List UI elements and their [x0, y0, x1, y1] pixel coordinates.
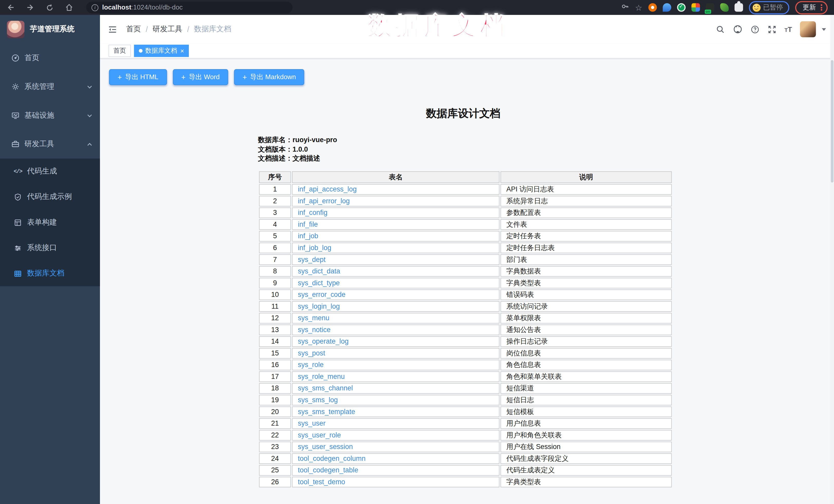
table-description: API 访问日志表: [501, 184, 672, 194]
row-index: 2: [259, 196, 291, 206]
breadcrumb-home[interactable]: 首页: [126, 24, 141, 34]
table-name-link[interactable]: sys_role_menu: [298, 372, 345, 380]
help-icon[interactable]: [750, 25, 760, 34]
table-name-link[interactable]: inf_job: [298, 232, 318, 240]
bookmark-star-icon[interactable]: ☆: [635, 3, 642, 11]
browser-nav: [6, 3, 73, 12]
table-name-link[interactable]: sys_sms_template: [298, 408, 355, 416]
sidebar-logo[interactable]: 芋道管理系统: [0, 15, 100, 44]
row-index: 13: [259, 324, 291, 335]
sidebar-item-label: 系统接口: [27, 243, 57, 253]
home-icon[interactable]: [65, 3, 73, 12]
table-name-link[interactable]: sys_dept: [298, 256, 326, 263]
sidebar-item-infrastructure[interactable]: 基础设施: [0, 101, 100, 130]
search-icon[interactable]: [716, 25, 725, 34]
table-description: 操作日志记录: [501, 336, 672, 347]
back-icon[interactable]: [6, 3, 15, 12]
table-row: 6 inf_job_log 定时任务日志表: [259, 242, 672, 253]
table-name-link[interactable]: sys_error_code: [298, 290, 346, 299]
table-name-link[interactable]: sys_sms_log: [298, 396, 338, 404]
code-icon: </>: [13, 168, 22, 175]
browser-menu-icon[interactable]: [821, 4, 822, 11]
user-menu-caret-icon[interactable]: [822, 28, 826, 30]
row-index: 10: [259, 289, 291, 300]
sidebar-item-code-generation[interactable]: </> 代码生成: [0, 158, 100, 184]
export-html-button[interactable]: + 导出 HTML: [109, 69, 167, 85]
site-info-icon[interactable]: i: [91, 4, 98, 11]
column-header-table-name: 表名: [292, 171, 500, 183]
row-index: 12: [259, 312, 291, 323]
font-size-icon[interactable]: TT: [784, 25, 792, 33]
row-index: 14: [259, 336, 291, 347]
sidebar-item-label: 代码生成: [27, 167, 57, 176]
reload-icon[interactable]: [46, 3, 54, 11]
table-name-link[interactable]: sys_login_log: [298, 302, 340, 310]
extension-icon-green-check[interactable]: [677, 3, 685, 12]
table-name-link[interactable]: sys_dict_type: [298, 279, 340, 287]
extension-icon-green[interactable]: [720, 3, 728, 12]
table-description: 短信模板: [501, 406, 672, 417]
table-name-link[interactable]: sys_role: [298, 361, 324, 369]
address-bar[interactable]: i localhost:1024/tool/db-doc: [86, 2, 292, 13]
extension-icon-orange[interactable]: [648, 3, 656, 12]
sidebar-item-codegen-example[interactable]: 代码生成示例: [0, 184, 100, 210]
table-description: 错误码表: [501, 289, 672, 300]
table-row: 16 sys_role 角色信息表: [259, 359, 672, 370]
row-index: 6: [259, 242, 291, 253]
scrollbar-thumb[interactable]: [831, 60, 833, 182]
table-description: 通知公告表: [501, 324, 672, 335]
page-scrollbar[interactable]: [830, 15, 834, 504]
table-name-link[interactable]: sys_user: [298, 419, 326, 427]
table-description: 角色和菜单关联表: [501, 371, 672, 382]
table-name-link[interactable]: tool_codegen_table: [298, 466, 358, 474]
table-name-link[interactable]: sys_dict_data: [298, 267, 340, 275]
tag-db-doc[interactable]: 数据库文档 ×: [134, 45, 189, 57]
key-icon[interactable]: [621, 2, 629, 13]
extension-icon-dark-on[interactable]: on: [705, 3, 714, 12]
shield-check-icon: [13, 193, 22, 201]
table-name-link[interactable]: inf_job_log: [298, 244, 331, 251]
paused-label: 已暂停: [763, 3, 783, 12]
sidebar-item-form-builder[interactable]: 表单构建: [0, 210, 100, 235]
extensions-puzzle-icon[interactable]: [734, 3, 743, 12]
table-name-link[interactable]: inf_config: [298, 209, 327, 216]
table-name-link[interactable]: sys_notice: [298, 326, 330, 334]
fullscreen-icon[interactable]: [767, 25, 776, 34]
row-index: 7: [259, 254, 291, 264]
table-name-link[interactable]: sys_user_session: [298, 443, 353, 451]
browser-update-button[interactable]: 更新: [795, 1, 828, 14]
forward-icon[interactable]: [26, 3, 35, 12]
tag-close-icon[interactable]: ×: [180, 47, 184, 54]
github-icon[interactable]: [733, 24, 743, 34]
table-name-link[interactable]: sys_operate_log: [298, 337, 349, 345]
table-row: 20 sys_sms_template 短信模板: [259, 406, 672, 417]
table-description: 用户和角色关联表: [501, 430, 672, 440]
table-name-link[interactable]: sys_menu: [298, 314, 329, 322]
sidebar-item-db-doc[interactable]: 数据库文档: [0, 261, 100, 286]
table-name-link[interactable]: sys_user_role: [298, 431, 341, 439]
table-description: 角色信息表: [501, 359, 672, 370]
table-name-link[interactable]: inf_file: [298, 220, 318, 228]
user-avatar[interactable]: [800, 21, 816, 37]
sidebar-item-system-api[interactable]: 系统接口: [0, 235, 100, 261]
breadcrumb-dev-tools[interactable]: 研发工具: [153, 24, 182, 34]
export-markdown-button[interactable]: + 导出 Markdown: [234, 69, 305, 85]
extension-icon-grid[interactable]: [691, 3, 700, 12]
table-row: 21 sys_user 用户信息表: [259, 418, 672, 429]
table-name-link[interactable]: sys_sms_channel: [298, 384, 353, 392]
sidebar-item-dev-tools[interactable]: 研发工具: [0, 130, 100, 158]
table-name-link[interactable]: inf_api_error_log: [298, 197, 350, 205]
table-name-link[interactable]: inf_api_access_log: [298, 185, 357, 193]
tag-home[interactable]: 首页: [108, 45, 131, 57]
sidebar-fold-icon[interactable]: [108, 25, 117, 33]
table-name-link[interactable]: tool_test_demo: [298, 478, 345, 486]
table-row: 2 inf_api_error_log 系统异常日志: [259, 196, 672, 206]
export-word-button[interactable]: + 导出 Word: [173, 69, 228, 85]
sidebar-item-system[interactable]: 系统管理: [0, 72, 100, 101]
table-name-link[interactable]: tool_codegen_column: [298, 454, 365, 462]
profile-paused-badge[interactable]: 已暂停: [749, 1, 789, 14]
sidebar-item-home[interactable]: 首页: [0, 44, 100, 72]
extension-icon-blue[interactable]: [662, 3, 671, 12]
form-icon: [13, 218, 22, 226]
table-name-link[interactable]: sys_post: [298, 349, 325, 357]
